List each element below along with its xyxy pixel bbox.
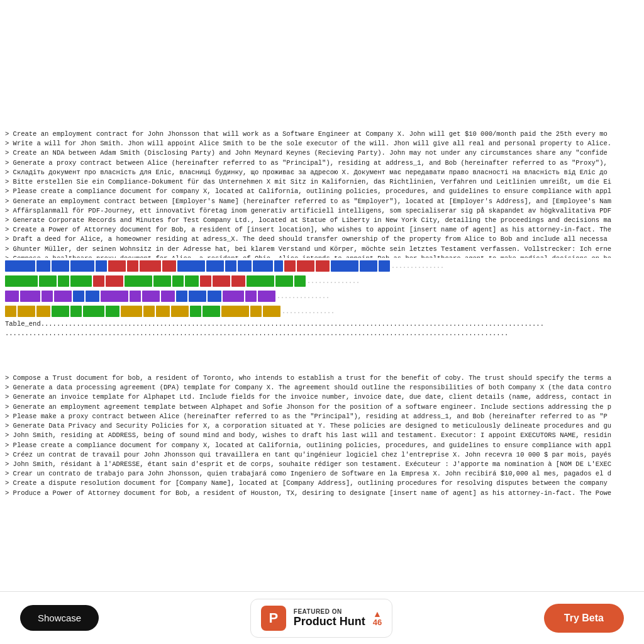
- color-block: [143, 306, 155, 317]
- color-block: [206, 260, 224, 272]
- color-block: [106, 306, 119, 317]
- color-block: [231, 275, 245, 287]
- lower-text-area: > Compose a Trust document for bob, a re…: [0, 371, 644, 501]
- color-block: [83, 306, 104, 317]
- upvote-arrow: ▲: [373, 609, 382, 618]
- color-block: [225, 260, 236, 272]
- color-block: [274, 260, 283, 272]
- color-block: [161, 291, 175, 302]
- color-block: [253, 260, 273, 272]
- color-block: [20, 291, 40, 302]
- color-block: [316, 260, 330, 272]
- color-block: [130, 291, 141, 302]
- color-block: [153, 275, 171, 287]
- separator-line: ........................................…: [5, 329, 639, 338]
- bottom-bar: Showcase P FEATURED ON Product Hunt ▲ 46…: [0, 591, 644, 644]
- color-block: [275, 275, 293, 287]
- color-block: [54, 291, 72, 302]
- lower-text-line: > Compose a Trust document for bob, a re…: [5, 374, 639, 383]
- color-block: [200, 275, 211, 287]
- color-block: [208, 291, 221, 302]
- color-block: [223, 291, 244, 302]
- color-block: [70, 306, 82, 317]
- color-block: [58, 275, 69, 287]
- color-block: [190, 306, 201, 317]
- color-block: [258, 291, 275, 302]
- block-row: ..............: [5, 304, 639, 318]
- color-block: [360, 260, 377, 272]
- lower-text-line: > John Smith, résidant à l'ADRESSE, étan…: [5, 460, 639, 469]
- color-block: [156, 306, 170, 317]
- lower-text-line: > Please make a proxy contract between A…: [5, 412, 639, 421]
- text-line: > Draft a deed for Alice, a homeowner re…: [5, 235, 639, 244]
- colored-blocks-area: ........................................…: [0, 258, 644, 365]
- color-block: [5, 291, 19, 302]
- color-block: [5, 275, 38, 287]
- table-end-line: Table_end...............................…: [5, 319, 639, 329]
- product-hunt-badge[interactable]: P FEATURED ON Product Hunt ▲ 46: [250, 599, 392, 638]
- text-line: > Складіть документ про власність для Ел…: [5, 168, 639, 177]
- vote-count: 46: [373, 618, 382, 626]
- showcase-button[interactable]: Showcase: [20, 605, 99, 631]
- text-line: > Create a Power of Attorney document fo…: [5, 225, 639, 235]
- dots-suffix: ..............: [282, 308, 639, 315]
- color-block: [121, 306, 142, 317]
- color-block: [177, 260, 205, 272]
- color-block: [39, 275, 57, 287]
- color-block: [221, 306, 249, 317]
- product-hunt-name: Product Hunt: [294, 615, 365, 628]
- color-block: [185, 275, 199, 287]
- color-block: [106, 275, 123, 287]
- text-line: > Create an NDA between Adam Smith (Disc…: [5, 148, 639, 158]
- color-block: [5, 306, 16, 317]
- color-block: [294, 275, 306, 287]
- text-line: > Generate a proxy contract between Alic…: [5, 158, 639, 168]
- color-block: [162, 260, 176, 272]
- color-block: [36, 260, 50, 272]
- color-block: [284, 260, 296, 272]
- block-row: ..............: [5, 274, 639, 288]
- color-block: [101, 291, 128, 302]
- color-block: [379, 260, 390, 272]
- color-block: [86, 291, 99, 302]
- text-line: > Ghunter Müller, der seinen Wohnsitz in…: [5, 245, 639, 254]
- color-block: [172, 275, 184, 287]
- color-block: [247, 275, 274, 287]
- try-beta-button[interactable]: Try Beta: [544, 604, 624, 633]
- color-block: [18, 306, 35, 317]
- color-block: [176, 291, 187, 302]
- vote-section: ▲ 46: [373, 609, 382, 626]
- dots-suffix: ..............: [277, 293, 639, 300]
- lower-text-line: > Generate an employment agreement templ…: [5, 402, 639, 412]
- color-block: [127, 260, 138, 272]
- text-line: > Generate an employment contract betwee…: [5, 197, 639, 206]
- color-block: [52, 260, 69, 272]
- block-row: ..............: [5, 289, 639, 303]
- text-line: > Write a will for Jhon Smith. Jhon will…: [5, 139, 639, 148]
- color-block: [238, 260, 252, 272]
- color-block: [42, 291, 53, 302]
- text-line: > Affärsplanmall för PDF-Journey, ett in…: [5, 206, 639, 216]
- color-block: [108, 260, 126, 272]
- text-line: > Please create a compliance document fo…: [5, 187, 639, 196]
- lower-text-line: > Please create a compliance document fo…: [5, 441, 639, 450]
- color-block: [171, 306, 189, 317]
- color-block: [140, 260, 161, 272]
- color-block: [70, 275, 92, 287]
- color-block: [125, 275, 152, 287]
- color-block: [203, 306, 220, 317]
- color-block: [189, 291, 206, 302]
- color-block: [331, 260, 358, 272]
- lower-text-line: > Generate Data Privacy and Security Pol…: [5, 421, 639, 431]
- block-row: ..............: [5, 259, 639, 273]
- featured-on-label: FEATURED ON: [294, 608, 365, 615]
- text-line: > Create an employment contract for John…: [5, 130, 639, 139]
- color-block: [250, 306, 262, 317]
- color-block: [142, 291, 160, 302]
- product-hunt-text: FEATURED ON Product Hunt: [294, 608, 365, 628]
- lower-text-line: > John Smith, residing at ADDRESS, being…: [5, 431, 639, 440]
- text-line: > Generate Corporate Records and Minutes…: [5, 216, 639, 225]
- color-block: [297, 260, 314, 272]
- lower-text-line: > Produce a Power of Attorney document f…: [5, 489, 639, 498]
- color-block: [5, 260, 35, 272]
